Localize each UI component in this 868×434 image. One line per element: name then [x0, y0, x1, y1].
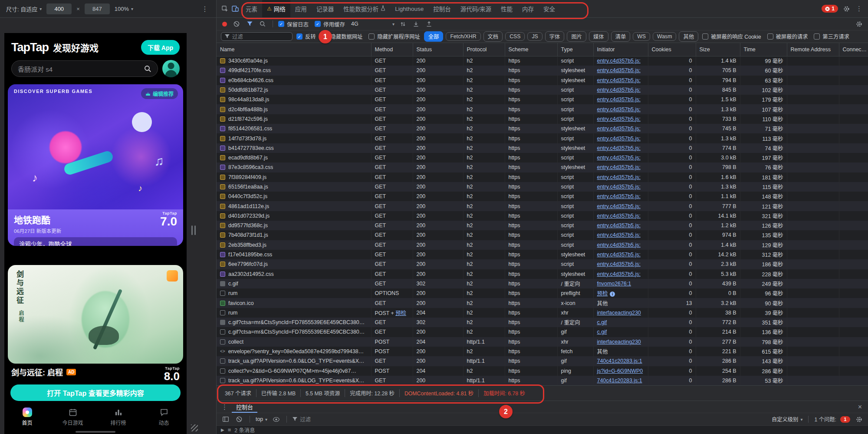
network-request-row[interactable]: b414727783ee.cssGET200h2httpsstylesheete… — [217, 143, 868, 153]
devtools-tab-性能数据分析[interactable]: 性能数据分析 — [339, 0, 390, 17]
toolbar-checkbox-保留日志[interactable]: ✓保留日志 — [278, 20, 309, 28]
network-request-row[interactable]: <>envelope/?sentry_key=08e0eda5087e42959… — [217, 347, 868, 356]
console-filter-input[interactable]: 过滤 — [293, 415, 311, 423]
initiator-link[interactable]: entry.c4d357b5.js: — [597, 106, 641, 113]
network-request-row[interactable]: 0440c7f3d52c.jsGET200h2httpsscriptentry.… — [217, 192, 868, 201]
filter-chip-全部[interactable]: 全部 — [424, 31, 444, 42]
devtools-tab-控制台[interactable]: 控制台 — [428, 0, 456, 17]
download-app-button[interactable]: 下载 App — [141, 40, 180, 55]
nav-item-首页[interactable]: 首页 — [4, 404, 50, 430]
network-request-row[interactable]: 65156f1ea8aa.jsGET200h2httpsscriptentry.… — [217, 182, 868, 192]
clear-console-icon[interactable] — [234, 414, 244, 424]
filter-chip-Fetch/XHR[interactable]: Fetch/XHR — [446, 32, 480, 41]
device-toolbar-toggle-icon[interactable] — [230, 4, 240, 13]
live-expression-eye-icon[interactable] — [271, 414, 281, 424]
column-header-Method[interactable]: Method — [371, 43, 413, 56]
network-request-row[interactable]: rumPOST + 预检204h2httpsxhrinterfaceacting… — [217, 308, 868, 318]
column-header-Status[interactable]: Status — [413, 43, 463, 56]
filter-checkbox-被屏蔽的请求[interactable]: 被屏蔽的请求 — [767, 33, 808, 40]
initiator-link[interactable]: entry.c4d357b5.js: — [597, 77, 641, 83]
network-request-row[interactable]: 7f389284f409.jsGET200h2httpsscriptentry.… — [217, 172, 868, 182]
network-request-row[interactable]: favicon.icoGET200h2httpsx-icon其他133.2 kB… — [217, 298, 868, 308]
console-context-select[interactable]: top▾ — [256, 416, 267, 422]
filter-checkbox-被屏蔽的响应 Cookie[interactable]: 被屏蔽的响应 Cookie — [702, 33, 761, 40]
column-header-Time[interactable]: Time — [740, 43, 787, 56]
network-request-row[interactable]: dd9577fd368c.jsGET200h2httpsscriptentry.… — [217, 221, 868, 230]
checkbox[interactable] — [767, 33, 773, 40]
network-request-row[interactable]: 2eb358ffbed3.jsGET200h2httpsscriptentry.… — [217, 240, 868, 250]
search-icon[interactable] — [258, 19, 267, 29]
pane-resize-handle[interactable] — [191, 225, 196, 235]
devtools-tab-内存[interactable]: 内存 — [517, 0, 539, 17]
network-request-row[interactable]: d21f8742c596.jsGET200h2httpsscriptentry.… — [217, 114, 868, 124]
network-request-row[interactable]: e0b684cb4626.cssGET200h2httpsstylesheete… — [217, 76, 868, 85]
devtools-menu-icon[interactable]: ⋮ — [855, 5, 864, 13]
issues-badge[interactable]: 1 — [822, 5, 838, 13]
initiator-link[interactable]: c.gif — [597, 329, 607, 335]
search-input[interactable]: 香肠派对 s4 — [11, 60, 158, 77]
filter-chip-图片[interactable]: 图片 — [567, 31, 586, 42]
toolbar-checkbox-停用缓存[interactable]: ✓停用缓存 — [315, 20, 345, 28]
filter-toggle-icon[interactable] — [245, 19, 254, 29]
devtools-tab-Lighthouse[interactable]: Lighthouse — [390, 0, 428, 17]
column-header-Remote Address[interactable]: Remote Address — [787, 43, 839, 56]
filter-checkbox-隐藏扩展程序网址[interactable]: 隐藏扩展程序网址 — [368, 33, 420, 40]
filter-input[interactable]: 过滤 — [221, 32, 293, 41]
initiator-link[interactable]: entry.c4d357b5.js: — [597, 213, 641, 219]
filter-chip-JS[interactable]: JS — [527, 32, 542, 41]
filter-chip-清单[interactable]: 清单 — [611, 31, 631, 42]
initiator-link[interactable]: fnvomo2676:1 — [597, 281, 631, 287]
filter-checkbox-第三方请求[interactable]: 第三方请求 — [814, 33, 849, 40]
column-header-Protocol[interactable]: Protocol — [463, 43, 505, 56]
filter-chip-媒体[interactable]: 媒体 — [589, 31, 608, 42]
initiator-link[interactable]: entry.c4d357b5.js: — [597, 271, 641, 277]
filter-chip-文档[interactable]: 文档 — [483, 31, 503, 42]
initiator-link[interactable]: js?id=G-6G9NWP0 — [597, 368, 643, 374]
checkbox[interactable]: ✓ — [278, 21, 284, 27]
devtools-tab-元素[interactable]: 元素 — [241, 0, 262, 17]
drawer-tab-console[interactable]: 控制台 — [232, 401, 257, 413]
drawer-menu-icon[interactable]: ⋮ — [220, 403, 229, 411]
devtools-tab-应用[interactable]: 应用 — [290, 0, 312, 17]
column-header-Type[interactable]: Type — [557, 43, 593, 56]
devtools-tab-性能[interactable]: 性能 — [496, 0, 517, 17]
initiator-link[interactable]: entry.c4d357b5.js: — [597, 155, 641, 161]
network-request-row[interactable]: c.gifGET302h2https/ 重定向fnvomo2676:10439 … — [217, 279, 868, 288]
network-request-row[interactable]: 3430c6f0a04e.jsGET200h2httpsscriptentry.… — [217, 56, 868, 66]
network-request-row[interactable]: 4861ad1d112e.jsGET200h2httpsscriptentry.… — [217, 201, 868, 211]
zoom-select[interactable]: 100%▾ — [115, 6, 133, 12]
filter-chip-其他[interactable]: 其他 — [679, 31, 698, 42]
console-sidebar-icon[interactable] — [221, 414, 230, 424]
initiator-link[interactable]: entry.c4d357b5.js: — [597, 252, 641, 258]
column-header-Connec…[interactable]: Connec… — [839, 43, 868, 56]
initiator-link[interactable]: entry.c4d357b5.js: — [597, 126, 641, 132]
network-conditions-icon[interactable] — [398, 19, 408, 29]
devtools-tab-安全[interactable]: 安全 — [539, 0, 560, 17]
initiator-link[interactable]: entry.c4d357b5.js: — [597, 184, 641, 190]
initiator-link[interactable]: interfaceacting230 — [597, 339, 641, 345]
network-request-row[interactable]: 499df42170fe.cssGET200h2httpsstylesheete… — [217, 66, 868, 75]
network-settings-gear-icon[interactable] — [854, 19, 864, 29]
record-button[interactable] — [222, 22, 227, 27]
filter-chip-字体[interactable]: 字体 — [545, 31, 565, 42]
initiator-link[interactable]: entry.c4d357b5.js: — [597, 242, 641, 248]
network-request-row[interactable]: 14f7d73f3d78.jsGET200h2httpsscriptentry.… — [217, 133, 868, 143]
filter-chip-CSS[interactable]: CSS — [505, 32, 525, 41]
initiator-link[interactable]: entry.c4d357b5.js: — [597, 67, 641, 73]
network-request-row[interactable]: track_ua.gif?APIVersion=0.6.0&LOG_TYPE=e… — [217, 376, 868, 385]
network-request-row[interactable]: c.gif?ctsa=mr&CtsSyncId=FD7855539E6E459C… — [217, 327, 868, 337]
initiator-link[interactable]: entry.c4d357b5.js: — [597, 261, 641, 267]
initiator-link[interactable]: entry.c4d357b5.js: — [597, 164, 641, 170]
network-request-row[interactable]: 50ddfd81b872.jsGET200h2httpsscriptentry.… — [217, 85, 868, 95]
initiator-link[interactable]: 预检 — [597, 291, 608, 297]
devtools-tab-记录器[interactable]: 记录器 — [312, 0, 339, 17]
clear-icon[interactable] — [232, 19, 241, 29]
avatar[interactable] — [162, 60, 180, 77]
initiator-link[interactable]: interfaceacting230 — [597, 310, 641, 316]
network-request-row[interactable]: rumOPTIONS200h2httpspreflight预检i00 B96 毫… — [217, 288, 868, 298]
preflight-link[interactable]: 预检 — [395, 310, 406, 316]
nav-item-排行榜[interactable]: 排行榜 — [95, 404, 141, 430]
checkbox[interactable] — [814, 33, 820, 40]
column-header-Name[interactable]: Name — [217, 43, 371, 56]
nav-item-今日游戏[interactable]: 今日游戏 — [50, 404, 95, 430]
